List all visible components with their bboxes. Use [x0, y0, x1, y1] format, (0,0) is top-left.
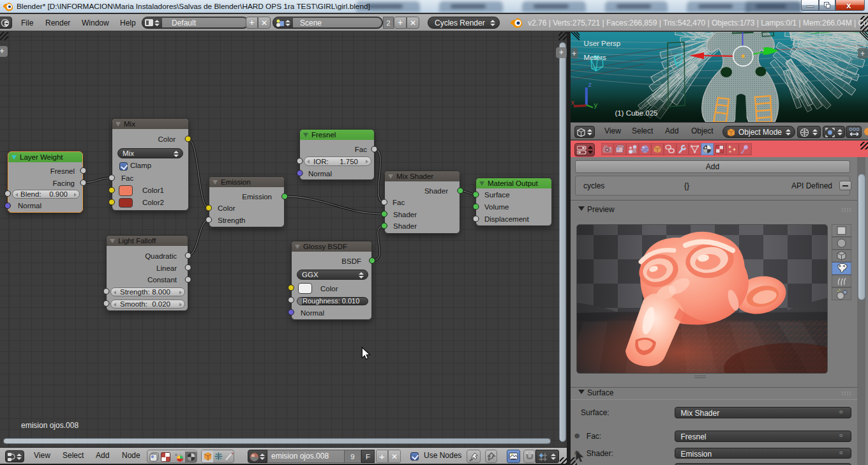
svg-text:Meters: Meters: [584, 54, 606, 61]
svg-text:+: +: [572, 49, 576, 58]
svg-text:User Persp: User Persp: [584, 40, 621, 47]
svg-text:z: z: [588, 80, 592, 88]
svg-text:x: x: [571, 98, 575, 106]
svg-text:y: y: [594, 101, 598, 109]
svg-text:(1) Cube.025: (1) Cube.025: [615, 109, 657, 117]
svg-text:+: +: [860, 49, 865, 58]
